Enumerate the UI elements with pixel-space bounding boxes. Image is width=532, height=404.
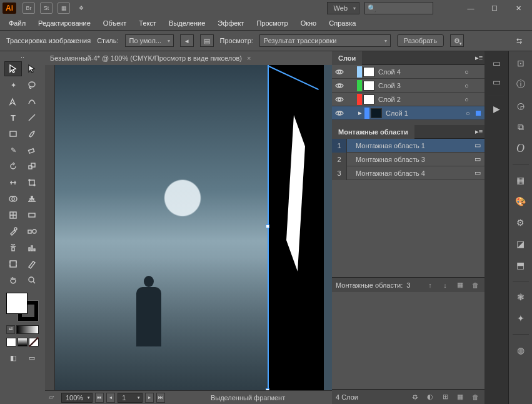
menu-effect[interactable]: Эффект	[213, 18, 249, 28]
color-mode-gradient[interactable]	[18, 338, 28, 346]
mesh-tool[interactable]	[4, 208, 22, 223]
default-fill-stroke-icon[interactable]	[16, 325, 39, 334]
artboard-options-icon[interactable]: ▭	[471, 155, 484, 163]
new-layer-icon[interactable]: ▦	[454, 391, 466, 403]
shaper-tool[interactable]: ✎	[4, 143, 22, 158]
delete-layer-icon[interactable]: 🗑	[469, 391, 481, 403]
type-tool[interactable]: T	[4, 110, 22, 125]
style-dropdown[interactable]: По умол...	[125, 34, 174, 47]
scale-tool[interactable]	[23, 159, 41, 174]
column-graph-tool[interactable]	[23, 240, 41, 255]
visibility-toggle[interactable]	[333, 69, 346, 75]
menu-edit[interactable]: Редактирование	[33, 18, 96, 28]
visibility-toggle[interactable]	[333, 83, 346, 89]
close-tab-icon[interactable]: ×	[247, 54, 251, 62]
artboard-tool[interactable]	[4, 256, 22, 271]
magic-wand-tool[interactable]: ✦	[4, 78, 22, 93]
make-clipping-mask-icon[interactable]: ◐	[424, 391, 436, 403]
zoom-dropdown[interactable]: 100%	[61, 393, 93, 403]
fill-swatch[interactable]	[6, 293, 28, 314]
artboard-options-icon[interactable]: ▭	[471, 169, 484, 177]
paintbrush-tool[interactable]	[23, 126, 41, 141]
transform-panel-icon[interactable]: ⬒	[513, 257, 529, 273]
control-menu-icon[interactable]: ⇆	[512, 34, 526, 47]
swatches-panel-icon[interactable]: ▦	[513, 172, 529, 188]
first-artboard-icon[interactable]: ⏮	[95, 393, 104, 403]
minimize-button[interactable]: —	[459, 2, 482, 14]
lasso-tool[interactable]	[23, 78, 41, 93]
zoom-tool[interactable]	[23, 273, 41, 288]
menu-view[interactable]: Просмотр	[251, 18, 293, 28]
target-icon[interactable]: ○	[464, 82, 473, 89]
canvas[interactable]	[45, 65, 332, 390]
direct-selection-tool[interactable]	[23, 61, 41, 76]
opentype-panel-icon[interactable]: O	[513, 140, 529, 156]
layer-name[interactable]: Слой 1	[383, 109, 464, 117]
rotate-tool[interactable]	[4, 159, 22, 174]
trace-options-icon[interactable]: ⚙	[450, 34, 464, 47]
target-icon[interactable]: ○	[464, 96, 473, 103]
curvature-tool[interactable]	[23, 94, 41, 109]
appearance-panel-icon[interactable]: ◍	[513, 342, 529, 358]
artboards-tab[interactable]: Монтажные области	[332, 125, 414, 139]
artboard-nav-dropdown[interactable]: 1	[118, 393, 143, 403]
fill-stroke-swatch[interactable]	[5, 291, 40, 323]
move-up-icon[interactable]: ↑	[424, 280, 436, 291]
artboard-row[interactable]: 1 Монтажная область 1 ▭	[332, 139, 484, 153]
symbol-sprayer-tool[interactable]	[4, 240, 22, 255]
workspace-switcher[interactable]: Web	[327, 2, 359, 14]
next-artboard-icon[interactable]: ▸	[145, 393, 154, 403]
last-artboard-icon[interactable]: ⏭	[156, 393, 165, 403]
layers-tab[interactable]: Слои	[332, 51, 362, 65]
stock-icon[interactable]: St	[40, 3, 53, 14]
eraser-tool[interactable]	[23, 143, 41, 158]
menu-object[interactable]: Объект	[98, 18, 131, 28]
search-input[interactable]: 🔍	[364, 2, 433, 14]
layer-row[interactable]: Слой 2 ○	[332, 93, 484, 106]
menu-type[interactable]: Текст	[134, 18, 161, 28]
color-mode-none[interactable]	[29, 338, 39, 346]
document-tab[interactable]: Безымянный-4* @ 100% (CMYK/Просмотр в ви…	[45, 51, 256, 65]
toolbox-handle[interactable]: ··	[4, 54, 41, 60]
visibility-toggle[interactable]	[333, 96, 346, 103]
prev-artboard-icon[interactable]: ◂	[106, 393, 115, 403]
color-mode-solid[interactable]	[6, 338, 16, 346]
expand-layer-icon[interactable]: ▸	[357, 109, 363, 117]
eyedropper-tool[interactable]	[4, 224, 22, 239]
artboard-row[interactable]: 3 Монтажная область 4 ▭	[332, 166, 484, 180]
menu-help[interactable]: Справка	[324, 18, 361, 28]
layers-panel-menu-icon[interactable]: ▸≡	[473, 54, 484, 62]
symbols-panel-icon[interactable]: ✦	[513, 310, 529, 326]
view-dropdown[interactable]: Результат трассировки	[259, 34, 391, 47]
gear-panel-icon[interactable]: ⚙	[513, 215, 529, 231]
layer-name[interactable]: Слой 3	[376, 82, 463, 89]
target-icon[interactable]: ○	[466, 109, 474, 117]
links-panel-icon[interactable]: ⧉	[513, 119, 529, 135]
hand-tool[interactable]	[4, 273, 22, 288]
layer-row[interactable]: ▸ Слой 1 ○	[332, 106, 484, 120]
menu-window[interactable]: Окно	[296, 18, 322, 28]
play-icon[interactable]: ▶	[488, 101, 504, 117]
perspective-grid-tool[interactable]	[23, 191, 41, 206]
expand-button[interactable]: Разобрать	[397, 34, 444, 47]
rectangle-tool[interactable]	[4, 126, 22, 141]
libraries-panel-icon[interactable]: ◶	[513, 98, 529, 114]
artboards-panel-menu-icon[interactable]: ▸≡	[473, 128, 484, 136]
swap-fill-stroke-icon[interactable]: ⇄	[6, 325, 15, 334]
new-artboard-icon[interactable]: ▦	[454, 280, 466, 291]
layer-name[interactable]: Слой 4	[376, 68, 463, 76]
arrange-docs-icon[interactable]: ▦	[58, 3, 70, 14]
new-sublayer-icon[interactable]: ⊞	[439, 391, 451, 403]
maximize-button[interactable]: ☐	[483, 2, 506, 14]
pathfinder-panel-icon[interactable]: ◪	[513, 236, 529, 252]
gpu-status-icon[interactable]: ▱	[49, 393, 59, 403]
layer-row[interactable]: Слой 4 ○	[332, 65, 484, 79]
artboard-options-icon[interactable]: ▭	[471, 141, 484, 149]
artboard-panel-icon[interactable]: ⊡	[513, 55, 529, 71]
shape-builder-tool[interactable]	[4, 191, 22, 206]
move-down-icon[interactable]: ↓	[439, 280, 451, 291]
layer-name[interactable]: Слой 2	[376, 96, 463, 103]
info-panel-icon[interactable]: ⓘ	[513, 76, 529, 93]
selection-tool[interactable]	[4, 61, 22, 76]
gradient-tool[interactable]	[23, 208, 41, 223]
